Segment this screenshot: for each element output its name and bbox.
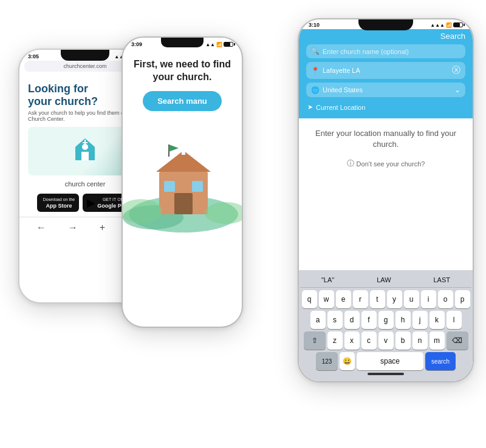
key-e[interactable]: e <box>336 290 351 308</box>
key-n[interactable]: n <box>412 331 428 350</box>
current-location-label: Current Location <box>316 104 365 111</box>
keyboard-row-1: q w e r t y u i o p <box>300 290 471 308</box>
svg-rect-10 <box>178 146 189 149</box>
svg-rect-12 <box>164 181 175 192</box>
phone1-time: 3:05 <box>28 53 39 59</box>
wifi-icon: 📶 <box>216 42 222 47</box>
phone-keyboard: 3:10 ▲▲▲ 📶 Search 🔍 📍 Lafayette LA ⓧ 🌐 <box>298 18 474 382</box>
suggestion-last[interactable]: LAST <box>429 275 456 285</box>
phone-middle: 3:09 ▲▲ 📶 First, we need to find your ch… <box>122 36 243 328</box>
key-g[interactable]: g <box>378 311 394 329</box>
keyboard-row-3: ⇧ z x c v b n m ⌫ <box>300 331 471 350</box>
wifi-icon: 📶 <box>446 22 452 28</box>
phone3-header: Search 🔍 📍 Lafayette LA ⓧ 🌐 United State… <box>299 29 473 118</box>
home-indicator <box>368 373 404 375</box>
app-store-button[interactable]: Download on the App Store <box>37 194 80 212</box>
key-y[interactable]: y <box>387 290 402 308</box>
location-input-row[interactable]: 📍 Lafayette LA ⓧ <box>306 62 465 79</box>
key-space[interactable]: space <box>357 352 423 370</box>
key-c[interactable]: c <box>361 331 377 350</box>
info-icon: ⓘ <box>347 158 354 169</box>
key-t[interactable]: t <box>370 290 385 308</box>
phone2-content: First, we need to find your church. Sear… <box>123 49 242 118</box>
phone2-illustration <box>123 123 242 232</box>
phone3-status-icons: ▲▲▲ 📶 <box>430 22 463 28</box>
key-d[interactable]: d <box>344 311 360 329</box>
phone2-notch <box>161 38 204 47</box>
key-numbers[interactable]: 123 <box>316 352 338 370</box>
google-play-icon: ▶ <box>87 196 95 209</box>
key-o[interactable]: o <box>438 290 453 308</box>
key-v[interactable]: v <box>378 331 394 350</box>
svg-rect-4 <box>83 142 87 143</box>
phone3-body: Enter your location manually to find you… <box>299 118 473 178</box>
svg-rect-13 <box>192 181 203 192</box>
key-emoji[interactable]: 😀 <box>340 352 355 370</box>
key-z[interactable]: z <box>327 331 343 350</box>
chevron-down-icon: ⌄ <box>454 86 460 94</box>
location-value: Lafayette LA <box>323 67 452 74</box>
dont-see-church-row: ⓘ Don't see your church? <box>307 158 464 169</box>
suggestion-la[interactable]: "LA" <box>317 275 339 285</box>
keyboard-row-4: 123 😀 space search <box>300 352 471 370</box>
church-illustration-svg <box>123 123 243 232</box>
svg-marker-15 <box>169 144 179 152</box>
church-name-input[interactable] <box>323 48 460 55</box>
key-search[interactable]: search <box>425 352 456 370</box>
svg-point-2 <box>82 144 88 150</box>
key-w[interactable]: w <box>319 290 334 308</box>
phone3-notch <box>358 19 413 30</box>
signal-icon: ▲▲ <box>205 42 215 47</box>
signal-icon: ▲▲▲ <box>430 22 445 28</box>
search-icon: 🔍 <box>311 47 320 55</box>
svg-rect-1 <box>81 152 89 160</box>
phone3-time: 3:10 <box>309 22 320 28</box>
key-k[interactable]: k <box>430 311 445 329</box>
country-value: United States <box>323 86 454 93</box>
nav-back-button[interactable]: ← <box>36 222 46 233</box>
key-backspace[interactable]: ⌫ <box>447 331 468 350</box>
location-pin-icon: 📍 <box>311 67 320 75</box>
search-manually-button[interactable]: Search manu <box>143 91 222 111</box>
key-l[interactable]: l <box>447 311 462 329</box>
key-i[interactable]: i <box>421 290 436 308</box>
key-x[interactable]: x <box>344 331 360 350</box>
nav-forward-button[interactable]: → <box>68 222 78 233</box>
key-p[interactable]: p <box>455 290 470 308</box>
globe-icon: 🌐 <box>311 86 320 94</box>
svg-rect-11 <box>174 193 193 214</box>
dont-see-label[interactable]: Don't see your church? <box>357 160 425 168</box>
key-r[interactable]: r <box>353 290 368 308</box>
church-name-input-row[interactable]: 🔍 <box>306 44 465 58</box>
key-f[interactable]: f <box>361 311 377 329</box>
key-u[interactable]: u <box>404 290 419 308</box>
key-h[interactable]: h <box>395 311 411 329</box>
battery-icon <box>453 22 463 27</box>
phone2-time: 3:09 <box>131 41 142 47</box>
phone3-body-text: Enter your location manually to find you… <box>307 128 464 150</box>
phone3-search-label[interactable]: Search <box>440 32 465 41</box>
key-s[interactable]: s <box>327 311 343 329</box>
country-selector-row[interactable]: 🌐 United States ⌄ <box>306 83 465 97</box>
scene: 3:05 ▲▲ 📶 churchcenter.com Looking for y… <box>0 0 486 448</box>
keyboard: "LA" LAW LAST q w e r t y u i o p a s d … <box>299 270 473 381</box>
battery-icon <box>224 42 233 47</box>
key-q[interactable]: q <box>302 290 317 308</box>
suggestion-law[interactable]: LAW <box>372 275 395 285</box>
phone2-status-icons: ▲▲ 📶 <box>205 42 233 47</box>
key-shift[interactable]: ⇧ <box>304 331 326 350</box>
phone3-header-top: Search <box>306 32 465 41</box>
key-b[interactable]: b <box>395 331 411 350</box>
key-a[interactable]: a <box>310 311 326 329</box>
key-m[interactable]: m <box>430 331 445 350</box>
keyboard-suggestions-row: "LA" LAW LAST <box>300 273 471 288</box>
current-location-row[interactable]: ➤ Current Location <box>306 101 465 114</box>
navigation-icon: ➤ <box>307 103 313 111</box>
clear-location-button[interactable]: ⓧ <box>452 65 460 76</box>
keyboard-row-2: a s d f g h j k l <box>300 311 471 329</box>
phone2-headline: First, we need to find your church. <box>132 58 232 84</box>
key-j[interactable]: j <box>412 311 428 329</box>
church-center-icon <box>73 136 97 166</box>
nav-add-button[interactable]: + <box>100 222 105 233</box>
phone1-notch <box>61 50 109 61</box>
